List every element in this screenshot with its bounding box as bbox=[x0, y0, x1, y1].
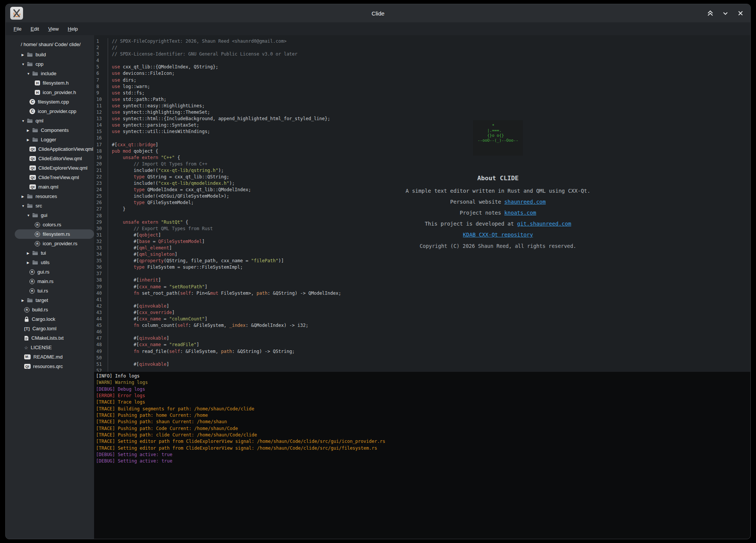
chevron-collapsed-icon[interactable]: ▶ bbox=[26, 251, 32, 255]
tree-item-utils[interactable]: ▶utils bbox=[15, 258, 94, 267]
maximize-icon[interactable] bbox=[706, 9, 715, 18]
minimize-icon[interactable] bbox=[721, 9, 730, 18]
tree-item-filesystem-h[interactable]: Hfilesystem.h bbox=[15, 78, 94, 88]
line-number: 43 bbox=[94, 309, 108, 316]
tree-item-main-qml[interactable]: Qtmain.qml bbox=[15, 182, 94, 192]
tree-item-cargo-toml[interactable]: [T]Cargo.toml bbox=[15, 324, 94, 333]
rust-file-icon: R bbox=[35, 222, 40, 227]
code-text: unsafe extern "RustQt" { bbox=[108, 219, 188, 226]
tree-item-gui[interactable]: ▼gui bbox=[15, 210, 94, 220]
code-text: #[inherit] bbox=[108, 277, 161, 283]
tree-item-resources-qrc[interactable]: Qtresources.qrc bbox=[15, 362, 94, 371]
tree-item-build-rs[interactable]: Rbuild.rs bbox=[15, 305, 94, 314]
line-number: 13 bbox=[94, 116, 108, 122]
tree-item-readme-md[interactable]: M↓README.md bbox=[15, 352, 94, 362]
menu-item-help[interactable]: Help bbox=[64, 25, 81, 33]
tree-item-build[interactable]: ▶build bbox=[15, 50, 94, 59]
tree-item-label: ClideTreeView.qml bbox=[39, 175, 79, 180]
tree-item-main-rs[interactable]: Rmain.rs bbox=[15, 277, 94, 286]
tree-item-src[interactable]: ▼src bbox=[15, 201, 94, 210]
tree-item-clideapplicationview-qml[interactable]: QtClideApplicationView.qml bbox=[15, 144, 94, 154]
code-text: #[cxx_qt::bridge] bbox=[108, 142, 158, 148]
chevron-collapsed-icon[interactable]: ▶ bbox=[21, 53, 27, 57]
log-entry-debug: [DEBUG] Debug logs bbox=[96, 386, 750, 393]
tree-item-filesystem-rs[interactable]: Rfilesystem.rs bbox=[15, 229, 94, 239]
code-line: 2// bbox=[94, 45, 750, 51]
tree-item-qml[interactable]: ▼qml bbox=[15, 116, 94, 125]
app-logo-icon bbox=[12, 8, 22, 18]
main-area: / home/ shaun/ Code/ clide/ ▶build▼cpp▼i… bbox=[6, 35, 750, 539]
tree-item-clideeditorview-qml[interactable]: QtClideEditorView.qml bbox=[15, 154, 94, 163]
tree-item-filesystem-cpp[interactable]: Cfilesystem.cpp bbox=[15, 97, 94, 107]
tree-item-colors-rs[interactable]: Rcolors.rs bbox=[15, 220, 94, 229]
code-line: 3// SPDX-License-Identifier: GNU General… bbox=[94, 51, 750, 57]
about-copyright: Copyright (C) 2026 Shaun Reed, all right… bbox=[392, 243, 604, 249]
code-editor[interactable]: 1// SPDX-FileCopyrightText: 2026, Shaun … bbox=[94, 35, 750, 372]
code-line: 51 #[qinvokable] bbox=[94, 361, 750, 368]
line-number: 17 bbox=[94, 142, 108, 148]
tree-item-icon-provider-rs[interactable]: Ricon_provider.rs bbox=[15, 239, 94, 248]
chevron-collapsed-icon[interactable]: ▶ bbox=[21, 299, 27, 302]
tree-item-include[interactable]: ▼include bbox=[15, 69, 94, 78]
code-line: 44 #[cxx_name = "columnCount"] bbox=[94, 316, 750, 322]
code-text: unsafe extern "C++" { bbox=[108, 155, 180, 161]
line-number: 27 bbox=[94, 206, 108, 212]
log-entry-trace: [TRACE] Setting editor path from ClideEx… bbox=[96, 438, 750, 445]
tree-item-gui-rs[interactable]: Rgui.rs bbox=[15, 267, 94, 277]
line-number: 21 bbox=[94, 167, 108, 174]
about-link-kdab-cxx-qt-repository[interactable]: KDAB CXX-Qt repository bbox=[463, 232, 533, 238]
tree-item-tui[interactable]: ▶tui bbox=[15, 248, 94, 258]
line-number: 30 bbox=[94, 226, 108, 232]
chevron-expanded-icon[interactable]: ▼ bbox=[21, 62, 27, 66]
tree-item-label: tui bbox=[41, 250, 46, 256]
tree-item-resources[interactable]: ▶resources bbox=[15, 192, 94, 201]
menu-item-file[interactable]: File bbox=[10, 25, 25, 33]
about-description: A simple text editor written in Rust and… bbox=[392, 188, 604, 194]
tree-item-icon-provider-cpp[interactable]: Cicon_provider.cpp bbox=[15, 107, 94, 116]
menu-item-view[interactable]: View bbox=[45, 25, 62, 33]
tree-item-icon-provider-h[interactable]: Hicon_provider.h bbox=[15, 88, 94, 97]
tree-item-components[interactable]: ▶Components bbox=[15, 125, 94, 135]
tree-item-license[interactable]: ☆LICENSE bbox=[15, 343, 94, 352]
tree-item-label: filesystem.h bbox=[43, 80, 69, 86]
chevron-collapsed-icon[interactable]: ▶ bbox=[26, 128, 32, 132]
tree-item-cargo-lock[interactable]: Cargo.lock bbox=[15, 314, 94, 324]
chevron-collapsed-icon[interactable]: ▶ bbox=[26, 261, 32, 265]
folder-icon bbox=[27, 203, 33, 208]
log-entry-debug: [DEBUG] Setting active: true bbox=[96, 458, 750, 464]
chevron-expanded-icon[interactable]: ▼ bbox=[21, 204, 27, 208]
tree-item-logger[interactable]: ▶Logger bbox=[15, 135, 94, 144]
toml-file-icon: [T] bbox=[24, 326, 30, 331]
chevron-expanded-icon[interactable]: ▼ bbox=[21, 119, 27, 123]
chevron-expanded-icon[interactable]: ▼ bbox=[26, 72, 32, 76]
code-line: 7use dirs; bbox=[94, 77, 750, 84]
license-star-icon: ☆ bbox=[24, 345, 28, 350]
code-text: #[cxx_name = "setRootPath"] bbox=[108, 284, 207, 290]
log-entry-trace: [TRACE] Pushing path: clide Current: /ho… bbox=[96, 432, 750, 438]
chevron-collapsed-icon[interactable]: ▶ bbox=[21, 195, 27, 198]
tree-item-label: utils bbox=[41, 260, 49, 265]
about-row-text: Personal website bbox=[450, 199, 504, 205]
close-icon[interactable] bbox=[736, 9, 745, 18]
code-line: 52 bbox=[94, 368, 750, 372]
about-link-knoats-com[interactable]: knoats.com bbox=[504, 210, 536, 216]
tree-item-clideexplorerview-qml[interactable]: QtClideExplorerView.qml bbox=[15, 163, 94, 173]
tree-item-cpp[interactable]: ▼cpp bbox=[15, 59, 94, 69]
folder-icon bbox=[32, 71, 38, 76]
code-text: use std::fs; bbox=[108, 90, 145, 96]
about-link-git-shaunreed-com[interactable]: git.shaunreed.com bbox=[517, 221, 571, 227]
tree-item-cmakelists-txt[interactable]: CMakeLists.txt bbox=[15, 333, 94, 343]
code-text: #[qml_element] bbox=[108, 245, 172, 251]
chevron-collapsed-icon[interactable]: ▶ bbox=[26, 138, 32, 142]
code-text: use cxx_qt_lib::{QModelIndex, QString}; bbox=[108, 64, 218, 70]
chevron-expanded-icon[interactable]: ▼ bbox=[26, 213, 32, 217]
tree-item-tui-rs[interactable]: Rtui.rs bbox=[15, 286, 94, 295]
about-link-shaunreed-com[interactable]: shaunreed.com bbox=[504, 199, 546, 205]
code-text bbox=[108, 57, 112, 64]
tree-item-target[interactable]: ▶target bbox=[15, 295, 94, 305]
line-number: 2 bbox=[94, 45, 108, 51]
folder-icon bbox=[32, 137, 38, 142]
menu-item-edit[interactable]: Edit bbox=[27, 25, 42, 33]
log-entry-trace: [TRACE] Pushing path: home Current: /hom… bbox=[96, 412, 750, 419]
tree-item-clidetreeview-qml[interactable]: QtClideTreeView.qml bbox=[15, 173, 94, 182]
